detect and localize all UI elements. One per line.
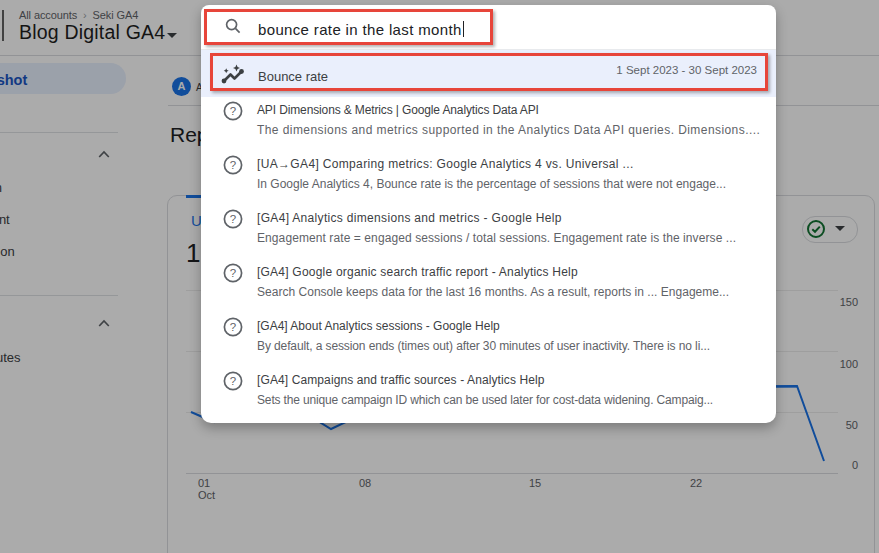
svg-text:?: ? <box>230 213 236 225</box>
svg-text:?: ? <box>230 375 236 387</box>
svg-text:?: ? <box>230 267 236 279</box>
svg-text:?: ? <box>230 159 236 171</box>
svg-text:?: ? <box>230 321 236 333</box>
svg-text:?: ? <box>230 105 236 117</box>
